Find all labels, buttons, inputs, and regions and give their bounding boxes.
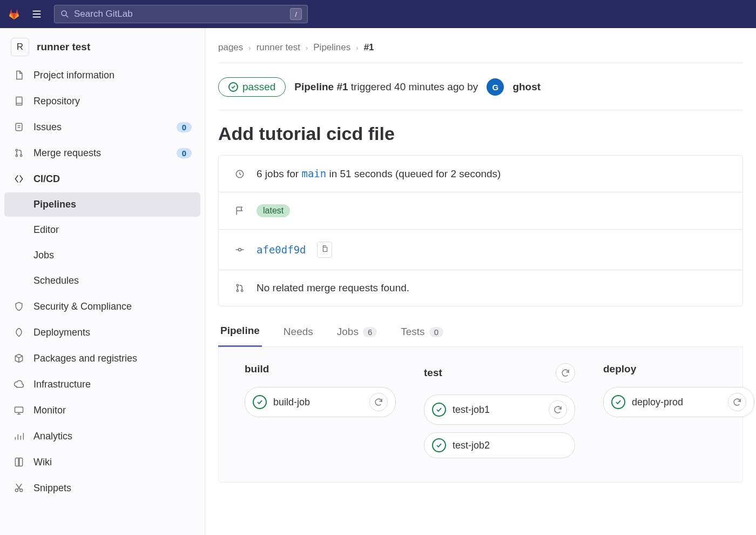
commit-sha-link[interactable]: afe0df9d	[256, 244, 306, 256]
project-name: runner test	[37, 41, 90, 53]
pipeline-info-box: 6 jobs for main in 51 seconds (queued fo…	[218, 155, 743, 306]
nav-security[interactable]: Security & Compliance	[4, 294, 200, 319]
job-build-job[interactable]: build-job	[245, 387, 396, 417]
nav-issues[interactable]: Issues 0	[4, 115, 200, 139]
crumb-sep: ›	[248, 44, 251, 52]
stage-build: build build-job	[245, 363, 396, 466]
svg-line-4	[66, 15, 68, 17]
flag-icon	[234, 205, 246, 217]
project-avatar: R	[11, 38, 29, 56]
svg-point-21	[20, 489, 23, 492]
search-icon	[60, 9, 70, 19]
nav-analytics[interactable]: Analytics	[4, 424, 200, 449]
branch-link[interactable]: main	[301, 168, 326, 179]
menu-button[interactable]	[27, 4, 46, 24]
tab-jobs-count: 6	[363, 327, 377, 337]
svg-point-12	[21, 155, 22, 156]
stage-header-deploy: deploy	[603, 363, 754, 375]
gitlab-logo[interactable]	[6, 6, 22, 22]
pipeline-graph: build build-job test test-job1 test-job2	[218, 347, 743, 483]
merge-request-icon	[234, 282, 246, 294]
check-icon	[228, 82, 238, 92]
retry-job-button[interactable]	[728, 393, 746, 411]
info-merge-requests: No related merge requests found.	[219, 270, 742, 306]
wiki-icon	[13, 456, 25, 468]
pipeline-trigger-text: Pipeline #1 triggered 40 minutes ago by	[294, 81, 478, 93]
crumb-sep: ›	[306, 44, 308, 52]
analytics-icon	[13, 430, 25, 442]
monitor-icon	[13, 404, 25, 416]
tab-tests-count: 0	[429, 327, 443, 337]
nav-cicd[interactable]: CI/CD	[4, 166, 200, 191]
search-input[interactable]	[74, 9, 290, 19]
search-box[interactable]: /	[54, 5, 308, 23]
issues-count-badge: 0	[177, 122, 192, 132]
job-status-passed-icon	[253, 395, 267, 409]
stage-header-build: build	[245, 363, 396, 375]
svg-rect-13	[15, 407, 23, 412]
svg-point-20	[15, 489, 18, 492]
job-status-passed-icon	[611, 395, 625, 409]
tab-pipeline[interactable]: Pipeline	[218, 319, 262, 347]
nav-monitor[interactable]: Monitor	[4, 398, 200, 423]
nav-snippets[interactable]: Snippets	[4, 476, 200, 500]
nav-merge-requests[interactable]: Merge requests 0	[4, 141, 200, 165]
nav-schedules[interactable]: Schedules	[4, 269, 200, 293]
commit-icon	[234, 244, 246, 256]
tab-tests[interactable]: Tests0	[399, 320, 446, 346]
crumb-pages[interactable]: pages	[218, 42, 243, 53]
svg-point-10	[16, 149, 17, 151]
tab-jobs[interactable]: Jobs6	[335, 320, 379, 346]
nav-editor[interactable]: Editor	[4, 218, 200, 242]
nav-deployments[interactable]: Deployments	[4, 320, 200, 345]
svg-rect-26	[323, 247, 327, 251]
nav-project-information[interactable]: Project information	[4, 63, 200, 88]
info-jobs-duration: 6 jobs for main in 51 seconds (queued fo…	[219, 156, 742, 192]
job-deploy-prod[interactable]: deploy-prod	[603, 387, 754, 417]
repository-icon	[13, 95, 25, 107]
issues-icon	[13, 121, 25, 133]
nav-infrastructure[interactable]: Infrastructure	[4, 372, 200, 397]
pipeline-tabs: Pipeline Needs Jobs6 Tests0	[218, 306, 743, 347]
crumb-sep: ›	[356, 44, 358, 52]
nav-wiki[interactable]: Wiki	[4, 450, 200, 474]
latest-badge: latest	[256, 204, 290, 217]
crumb-current: #1	[364, 42, 374, 53]
pipeline-id: Pipeline #1	[294, 81, 348, 92]
job-test-job2[interactable]: test-job2	[424, 432, 575, 458]
svg-point-3	[62, 11, 66, 16]
stage-deploy: deploy deploy-prod	[603, 363, 754, 466]
svg-point-28	[237, 290, 238, 291]
project-header[interactable]: R runner test	[4, 32, 200, 62]
cicd-icon	[13, 173, 25, 185]
nav-jobs[interactable]: Jobs	[4, 243, 200, 268]
user-avatar[interactable]: G	[487, 78, 504, 96]
nav-repository[interactable]: Repository	[4, 89, 200, 113]
packages-icon	[13, 352, 25, 364]
tab-needs[interactable]: Needs	[281, 320, 315, 346]
job-status-passed-icon	[432, 403, 446, 417]
shield-icon	[13, 300, 25, 312]
search-kbd-hint: /	[290, 8, 302, 20]
breadcrumb: pages › runner test › Pipelines › #1	[218, 40, 743, 63]
retry-job-button[interactable]	[369, 393, 388, 411]
svg-rect-7	[16, 123, 22, 130]
snippets-icon	[13, 482, 25, 494]
status-badge[interactable]: passed	[218, 77, 286, 97]
nav-pipelines[interactable]: Pipelines	[4, 192, 200, 217]
retry-job-button[interactable]	[549, 400, 567, 419]
stage-header-test: test	[424, 363, 575, 383]
topbar: /	[0, 0, 756, 28]
user-name[interactable]: ghost	[512, 81, 541, 93]
copy-sha-button[interactable]	[317, 242, 332, 258]
job-test-job1[interactable]: test-job1	[424, 394, 575, 425]
nav-packages[interactable]: Packages and registries	[4, 346, 200, 371]
page-title: Add tutorial cicd file	[218, 110, 743, 155]
main-content: pages › runner test › Pipelines › #1 pas…	[205, 28, 756, 535]
merge-requests-icon	[13, 147, 25, 159]
sidebar: R runner test Project information Reposi…	[0, 28, 205, 535]
crumb-pipelines[interactable]: Pipelines	[313, 42, 350, 53]
svg-point-23	[239, 249, 241, 251]
crumb-project[interactable]: runner test	[256, 42, 300, 53]
retry-stage-button[interactable]	[556, 363, 575, 383]
